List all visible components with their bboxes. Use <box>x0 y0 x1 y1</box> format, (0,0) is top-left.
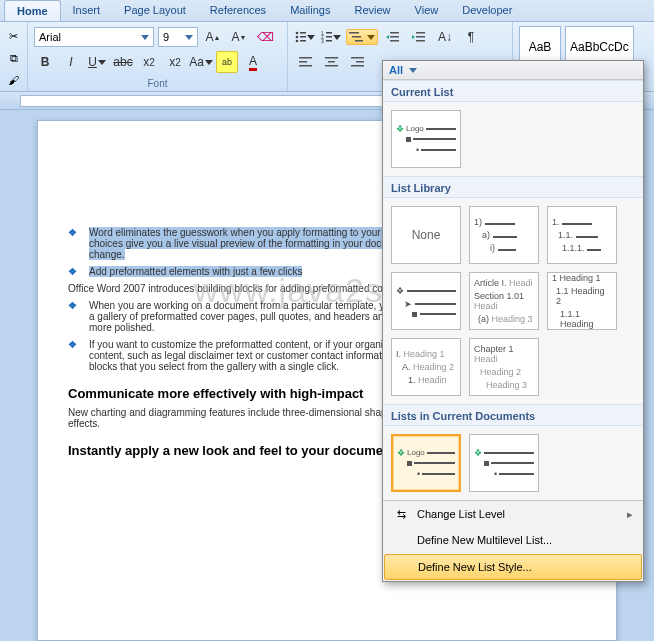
copy-icon[interactable]: ⧉ <box>6 50 22 66</box>
list-thumb[interactable]: Article I. Headi Section 1.01 Headi (a) … <box>469 272 539 330</box>
svg-rect-11 <box>326 40 332 42</box>
tab-home[interactable]: Home <box>4 0 61 21</box>
svg-marker-22 <box>412 35 415 39</box>
align-center-button[interactable] <box>320 51 342 73</box>
bold-button[interactable]: B <box>34 51 56 73</box>
list-thumb[interactable]: 1. 1.1. 1.1.1. <box>547 206 617 264</box>
bullet-marker: ❖ <box>396 286 404 296</box>
bullet-marker: ❖ <box>68 300 77 333</box>
ribbon-tabs: Home Insert Page Layout References Maili… <box>0 0 654 22</box>
menu-define-list-style[interactable]: Define New List Style... <box>384 554 642 580</box>
cut-icon[interactable]: ✂ <box>6 28 22 44</box>
svg-text:3: 3 <box>321 38 324 43</box>
bullet-marker: ❖ <box>68 339 77 372</box>
svg-rect-5 <box>300 40 306 42</box>
tab-review[interactable]: Review <box>342 0 402 21</box>
indent-icon: ⇆ <box>393 506 409 522</box>
bullets-button[interactable] <box>294 26 316 48</box>
doc-text: change. <box>89 249 125 260</box>
bullet-marker: ❖ <box>68 266 77 277</box>
tab-mailings[interactable]: Mailings <box>278 0 342 21</box>
italic-button[interactable]: I <box>60 51 82 73</box>
multilevel-list-dropdown: All Current List ❖Logo • List Library No… <box>382 60 644 582</box>
bullet-marker: ❖ <box>397 448 405 458</box>
list-thumb[interactable]: ❖ ➤ <box>391 272 461 330</box>
shrink-font-button[interactable]: A▼ <box>228 26 250 48</box>
svg-rect-12 <box>349 32 359 34</box>
doc-text: more polished. <box>89 322 155 333</box>
align-right-button[interactable] <box>346 51 368 73</box>
list-thumb[interactable]: I. Heading 1 A. Heading 2 1. Headin <box>391 338 461 396</box>
list-thumb[interactable]: 1 Heading 1 1.1 Heading 2 1.1.1 Heading <box>547 272 617 330</box>
underline-button[interactable]: U <box>86 51 108 73</box>
svg-rect-21 <box>416 40 425 42</box>
chevron-down-icon <box>141 35 149 40</box>
align-left-button[interactable] <box>294 51 316 73</box>
svg-rect-31 <box>351 65 364 67</box>
list-thumb-current[interactable]: ❖Logo • <box>391 110 461 168</box>
svg-rect-25 <box>299 65 312 67</box>
svg-rect-30 <box>356 61 364 63</box>
list-thumb[interactable]: 1) a) i) <box>469 206 539 264</box>
doc-text: effects. <box>68 418 100 429</box>
list-thumb[interactable]: Chapter 1 Headi Heading 2 Heading 3 <box>469 338 539 396</box>
svg-rect-16 <box>390 36 399 38</box>
strike-button[interactable]: abc <box>112 51 134 73</box>
svg-rect-15 <box>390 32 399 34</box>
filter-all-link[interactable]: All <box>389 64 403 76</box>
section-lists-in-docs: Lists in Current Documents <box>383 404 643 426</box>
sort-button[interactable]: A↓ <box>434 26 456 48</box>
font-family-combo[interactable]: Arial <box>34 27 154 47</box>
svg-point-0 <box>296 32 299 35</box>
svg-rect-13 <box>352 36 361 38</box>
list-thumb[interactable]: ❖ • <box>469 434 539 492</box>
change-case-button[interactable]: Aa <box>190 51 212 73</box>
svg-rect-1 <box>300 32 306 34</box>
list-thumb-none[interactable]: None <box>391 206 461 264</box>
tab-developer[interactable]: Developer <box>450 0 524 21</box>
list-thumb-selected[interactable]: ❖Logo • <box>391 434 461 492</box>
bullet-marker: ❖ <box>474 448 482 458</box>
svg-rect-19 <box>416 32 425 34</box>
show-marks-button[interactable]: ¶ <box>460 26 482 48</box>
list-style-icon <box>394 559 410 575</box>
svg-rect-27 <box>328 61 335 63</box>
font-family-value: Arial <box>39 31 61 43</box>
font-size-combo[interactable]: 9 <box>158 27 198 47</box>
tab-insert[interactable]: Insert <box>61 0 113 21</box>
menu-change-list-level[interactable]: ⇆ Change List Level ▸ <box>383 501 643 527</box>
highlight-button[interactable]: ab <box>216 51 238 73</box>
tab-view[interactable]: View <box>403 0 451 21</box>
svg-rect-17 <box>390 40 399 42</box>
svg-rect-26 <box>325 57 338 59</box>
font-group-label: Font <box>34 78 281 91</box>
svg-point-2 <box>296 36 299 39</box>
chevron-down-icon <box>409 68 417 73</box>
svg-rect-20 <box>416 36 425 38</box>
decrease-indent-button[interactable] <box>382 26 404 48</box>
bullet-marker: ❖ <box>68 227 77 260</box>
grow-font-button[interactable]: A▲ <box>202 26 224 48</box>
section-list-library: List Library <box>383 176 643 198</box>
format-painter-icon[interactable]: 🖌 <box>6 72 22 88</box>
multilevel-list-button[interactable] <box>346 29 378 45</box>
superscript-button[interactable]: x2 <box>164 51 186 73</box>
font-size-value: 9 <box>163 31 169 43</box>
panel-header[interactable]: All <box>383 61 643 80</box>
font-color-button[interactable]: A <box>242 51 264 73</box>
chevron-right-icon: ▸ <box>627 508 633 521</box>
bullet-marker: ❖ <box>396 124 404 134</box>
menu-define-multilevel[interactable]: Define New Multilevel List... <box>383 527 643 553</box>
numbering-button[interactable]: 123 <box>320 26 342 48</box>
tab-references[interactable]: References <box>198 0 278 21</box>
clear-format-button[interactable]: ⌫ <box>254 26 276 48</box>
svg-rect-9 <box>326 36 332 38</box>
svg-rect-28 <box>325 65 338 67</box>
tab-page-layout[interactable]: Page Layout <box>112 0 198 21</box>
font-group: Arial 9 A▲ A▼ ⌫ B I U abc x2 x2 Aa ab A … <box>28 22 288 91</box>
clipboard-group: ✂ ⧉ 🖌 <box>0 22 28 91</box>
increase-indent-button[interactable] <box>408 26 430 48</box>
subscript-button[interactable]: x2 <box>138 51 160 73</box>
panel-footer: ⇆ Change List Level ▸ Define New Multile… <box>383 500 643 580</box>
svg-rect-3 <box>300 36 306 38</box>
